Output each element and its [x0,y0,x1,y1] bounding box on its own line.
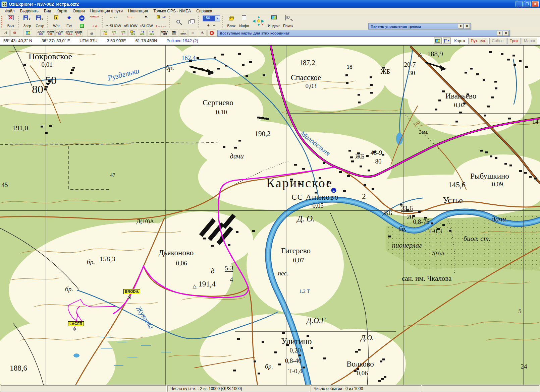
zoom-200-button[interactable]: ZOOM 200 [37,29,45,37]
plotter-button[interactable]: 🖨︎ [87,29,96,37]
info-button[interactable]: Инфо [238,15,251,28]
track-panel-close-icon[interactable]: ✕ [464,24,470,29]
magnifier-icon [176,20,180,23]
menu-bar: Файл Выделить Вид Карта Опции Навигация … [0,8,540,14]
menu-help[interactable]: Справка [194,8,215,14]
show-track-points-button[interactable]: ○▭▭ oSHOW [122,15,139,28]
chevron-down-icon: ▼ [28,18,31,21]
tab-map[interactable]: Карта [452,38,467,44]
gps-send-waypoints-button[interactable]: ▼ GPS [128,29,137,37]
globe-icon: ⊕ [191,32,194,34]
load-button[interactable]: ▼ Загр [21,15,34,28]
minimize-button[interactable]: _ [516,1,523,7]
gps-get-track-button[interactable]: GPS ➔〜 [119,29,128,37]
toolbar-drag-handle[interactable] [18,16,20,27]
index-map-button[interactable]: Индекс [267,15,282,28]
zoom-level-select[interactable]: 150 ▼ [203,15,220,21]
search-button[interactable]: Поиск [282,15,294,28]
northing-readout: 61 78 453N [136,39,157,43]
map-view-button[interactable] [23,29,32,37]
info-page-icon [242,15,246,20]
chevron-down-icon[interactable]: ▼ [215,16,220,21]
menu-navigation[interactable]: Навигация [125,8,151,14]
pan-control[interactable]: ▲ ▼ ◀ ▶ ✕ [251,15,267,28]
man-overboard-button[interactable] [207,29,216,37]
search-icon [285,15,286,20]
maps-panel-close-icon[interactable]: ✕ [503,31,509,36]
nmea-simulator-button[interactable]: NMEA SIM [160,29,169,37]
zoom-50-button[interactable]: ZOOM 50 [55,29,64,37]
profile-tool-button[interactable]: 📐︎ [1,29,10,37]
show-track-button[interactable]: ▪▭▭ 〜SHOW [105,15,122,28]
tab-track[interactable]: Трек [507,38,521,44]
longitude-readout: 36° 37г 33,0'' E [42,39,70,43]
menu-file[interactable]: Файл [2,8,17,14]
map-comment-button[interactable]: 12 C [75,15,88,28]
available-maps-panel[interactable]: Доступные карты для этих координат ⇕ ✕ [217,30,510,37]
position-button[interactable]: ⊕ [188,29,197,37]
anchor-alarm-button[interactable]: ⚓︎ [198,29,207,37]
gps-get-routes-button[interactable]: GPS ➔⌐° [110,29,118,37]
toolbar-drag-handle[interactable] [222,16,224,27]
zoom-window-button[interactable]: ZOOM [74,29,83,37]
lock-icon [229,17,233,20]
exit-button[interactable]: Вых [4,15,17,28]
gps-get-waypoints-button[interactable]: GPS ➔ [100,29,109,37]
datum-readout: Pulkovo 1942 (2) [166,39,198,43]
toolbar-drag-handle[interactable] [47,16,49,27]
points-show-icon: ○▭▭ [127,15,134,19]
menu-map[interactable]: Карта [54,8,70,14]
gps-send-track-button[interactable]: 〜▼ GPS [147,29,156,37]
tab-events[interactable]: Событ [489,38,506,44]
zoom-tool-button[interactable] [172,15,185,28]
measure-tool-button[interactable]: 🛠︎ [10,29,19,37]
line-icon: LINE [161,16,166,18]
moving-map-button[interactable]: MM [170,29,178,37]
tab-waypoints[interactable]: Пут. тчк. [468,38,488,44]
save-position-button[interactable]: ▼ [443,38,451,44]
toolbar-drag-handle[interactable] [102,16,104,27]
show-waypoints-button[interactable]: ⚑▫ ▫SHOW [139,15,154,28]
zoom-out-button[interactable]: − [213,23,216,28]
anchor-icon: ⚓︎ [201,32,204,34]
tab-route[interactable]: Марш [522,38,537,44]
menu-options[interactable]: Опции [70,8,88,14]
chevron-down-icon: ▼ [41,18,44,21]
menu-navigation-moving[interactable]: Навигация в пути [88,8,125,14]
close-button[interactable]: ✕ [532,1,539,7]
waypoint-icon: 1 [54,15,58,19]
menu-view[interactable]: Вид [41,8,54,14]
event-button[interactable]: ◆ Evt [63,15,75,28]
save-button[interactable]: ▼ Сохр [34,15,46,28]
topo-map-art [0,46,540,385]
waypoint-button[interactable]: 1 Wpt [50,15,63,28]
zoom-full-button[interactable]: ZOOM FULL [65,29,73,37]
zoom-100-button[interactable]: ZOOM 100 [46,29,55,37]
app-icon [1,1,7,7]
index-map-icon [271,15,277,19]
lock-button[interactable]: Блок [225,15,238,28]
map-canvas[interactable]: Покровское0,015080Рузделькабр.162,4187,2… [0,45,540,385]
zoom-in-button[interactable]: + [207,23,210,28]
menu-select[interactable]: Выделить [17,8,41,14]
screenshot-button[interactable] [434,38,442,44]
maps-panel-spinner[interactable]: ⇕ [497,31,502,36]
zoom-rect-icon [76,33,80,35]
menu-gps-nmea[interactable]: Только GPS - NMEA [151,8,194,14]
lightning-icon: ⚡︎ [182,30,184,33]
track-control-panel: Панель управления треком ⇕ ✕ [368,23,471,29]
gps-send-routes-button[interactable]: ⌐°▼ GPS [138,29,147,37]
track-control-button[interactable]: ▪TRACK + o [88,15,101,28]
toolbar-drag-handle[interactable] [198,16,201,27]
track-panel-spinner[interactable]: ⇕ [458,24,464,29]
toolbar-drag-handle[interactable] [1,16,4,27]
comment-12-icon: 12 [79,15,85,21]
zoom-level-value: 150 [203,16,215,21]
track-panel-title: Панель управления треком [369,24,458,29]
line-tools-button[interactable]: 1 LINE 1↔ ▭↔ [154,15,168,28]
toolbar-drag-handle[interactable] [169,16,171,27]
maximize-button[interactable]: ❐ [524,1,531,7]
nmea-button[interactable]: ⚡︎ NMEA [179,29,188,37]
windows-button[interactable] [185,15,198,28]
easting-readout: 3 50 903E [107,39,126,43]
